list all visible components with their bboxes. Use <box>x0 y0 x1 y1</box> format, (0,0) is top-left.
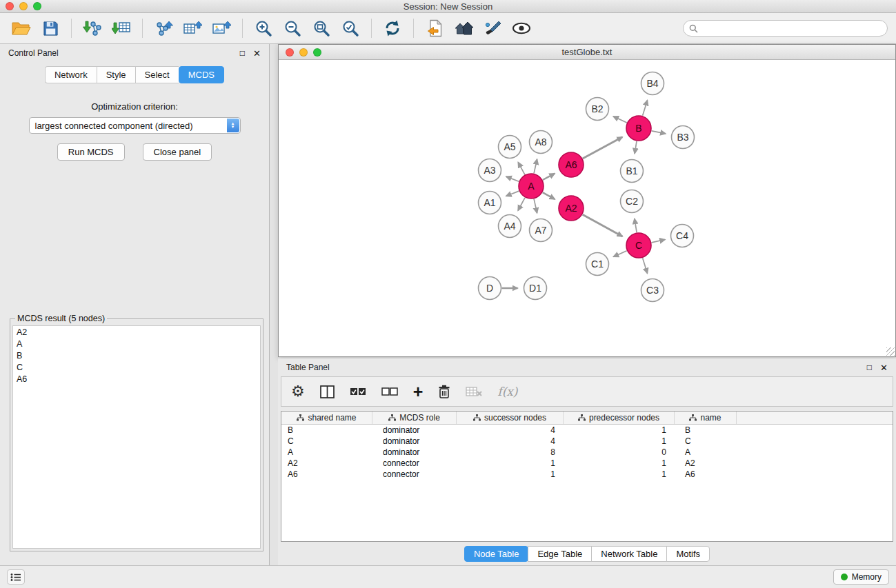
show-hide-button[interactable] <box>508 17 535 40</box>
table-cell[interactable]: C <box>675 436 737 446</box>
table-cell[interactable]: connector <box>372 458 457 468</box>
export-image-button[interactable] <box>208 17 235 40</box>
minimize-window-button[interactable] <box>19 2 28 10</box>
graph-edge-A-A4[interactable] <box>518 198 525 211</box>
table-cell[interactable]: dominator <box>372 425 457 435</box>
table-row[interactable]: Cdominator41C <box>281 436 893 447</box>
run-mcds-button[interactable]: Run MCDS <box>57 143 125 161</box>
save-session-button[interactable] <box>37 17 63 40</box>
column-header-shared-name[interactable]: shared name <box>281 412 372 424</box>
graph-edge-A-A2[interactable] <box>543 192 555 199</box>
search-input[interactable] <box>701 23 882 33</box>
table-cell[interactable]: 4 <box>457 425 564 435</box>
tab-mcds[interactable]: MCDS <box>179 66 224 83</box>
tab-network-table[interactable]: Network Table <box>591 546 667 562</box>
table-cell[interactable]: B <box>675 425 737 435</box>
column-header-predecessor-nodes[interactable]: predecessor nodes <box>564 412 675 424</box>
table-cell[interactable]: dominator <box>372 436 457 446</box>
column-header-successor-nodes[interactable]: successor nodes <box>457 412 564 424</box>
tab-select[interactable]: Select <box>135 66 179 83</box>
result-item[interactable]: B <box>13 350 260 362</box>
mcds-result-list[interactable]: A2ABCA6 <box>12 325 261 549</box>
close-network-window-button[interactable] <box>286 48 294 57</box>
show-columns-button[interactable] <box>320 381 335 402</box>
table-row[interactable]: Bdominator41B <box>281 425 893 436</box>
home-button[interactable] <box>450 17 477 40</box>
open-session-file-button[interactable] <box>421 17 448 40</box>
graph-edge-B-B3[interactable] <box>652 131 666 134</box>
graph-edge-A-A8[interactable] <box>534 159 537 174</box>
tab-node-table[interactable]: Node Table <box>464 546 529 562</box>
graph-edge-A-A1[interactable] <box>506 191 519 196</box>
tab-edge-table[interactable]: Edge Table <box>528 546 592 562</box>
float-table-panel-icon[interactable]: □ <box>867 363 872 372</box>
zoom-fit-button[interactable] <box>308 17 335 40</box>
graph-edge-C-C1[interactable] <box>613 251 626 257</box>
tab-motifs[interactable]: Motifs <box>666 546 710 562</box>
result-item[interactable]: A2 <box>13 327 260 338</box>
table-cell[interactable]: 1 <box>564 469 675 479</box>
refresh-layout-button[interactable] <box>379 17 406 40</box>
table-cell[interactable]: A2 <box>281 458 372 468</box>
table-cell[interactable]: 0 <box>564 447 675 457</box>
memory-button[interactable]: Memory <box>833 569 889 585</box>
create-column-button[interactable]: + <box>413 381 424 402</box>
graph-edge-C-C4[interactable] <box>652 240 666 243</box>
task-history-button[interactable] <box>7 569 25 585</box>
graph-edge-A2-C[interactable] <box>583 214 623 236</box>
close-window-button[interactable] <box>6 2 14 10</box>
table-cell[interactable]: 8 <box>457 447 564 457</box>
delete-column-button[interactable] <box>438 381 450 402</box>
import-table-button[interactable] <box>108 17 135 40</box>
select-all-columns-button[interactable] <box>350 381 366 402</box>
import-network-button[interactable] <box>79 17 106 40</box>
zoom-selected-button[interactable] <box>337 17 364 40</box>
table-cell[interactable]: connector <box>372 469 457 479</box>
table-settings-button[interactable]: ⚙ <box>291 381 305 402</box>
graph-edge-A-A6[interactable] <box>543 174 555 180</box>
unselect-all-columns-button[interactable] <box>381 381 398 402</box>
zoom-in-button[interactable] <box>250 17 277 40</box>
table-cell[interactable]: dominator <box>372 447 457 457</box>
graph-edge-A-A3[interactable] <box>506 176 519 181</box>
graph-edge-B-B4[interactable] <box>643 100 648 115</box>
export-table-button[interactable] <box>179 17 206 40</box>
graph-edge-A-A7[interactable] <box>534 199 537 214</box>
graph-edge-B-B1[interactable] <box>635 141 637 154</box>
table-cell[interactable]: A6 <box>675 469 737 479</box>
zoom-network-window-button[interactable] <box>313 48 321 57</box>
close-panel-icon[interactable]: ✕ <box>253 49 261 58</box>
delete-table-button[interactable] <box>466 381 482 402</box>
style-preview-button[interactable] <box>479 17 506 40</box>
table-row[interactable]: A6connector11A6 <box>281 469 893 480</box>
export-network-button[interactable] <box>150 17 177 40</box>
table-cell[interactable]: 4 <box>457 436 564 446</box>
result-item[interactable]: A6 <box>13 374 260 385</box>
graph-edge-C-C3[interactable] <box>643 258 648 273</box>
table-cell[interactable]: 1 <box>457 469 564 479</box>
table-row[interactable]: Adominator80A <box>281 447 893 458</box>
table-cell[interactable]: A6 <box>281 469 372 479</box>
window-resize-grip[interactable] <box>886 347 895 356</box>
zoom-out-button[interactable] <box>279 17 306 40</box>
table-cell[interactable]: B <box>281 425 372 435</box>
graph-edge-A6-B[interactable] <box>583 137 623 159</box>
close-panel-button[interactable]: Close panel <box>143 143 212 161</box>
table-cell[interactable]: 1 <box>457 458 564 468</box>
column-header-MCDS-role[interactable]: MCDS role <box>372 412 457 424</box>
table-row[interactable]: A2connector11A2 <box>281 458 893 469</box>
table-cell[interactable]: C <box>281 436 372 446</box>
result-item[interactable]: C <box>13 362 260 374</box>
column-header-name[interactable]: name <box>675 412 737 424</box>
table-cell[interactable]: 1 <box>564 458 675 468</box>
graph-edge-A-A5[interactable] <box>518 162 525 174</box>
float-panel-icon[interactable]: □ <box>240 49 245 58</box>
close-table-panel-icon[interactable]: ✕ <box>880 363 888 372</box>
minimize-network-window-button[interactable] <box>299 48 308 57</box>
graph-edge-C-C2[interactable] <box>635 219 637 232</box>
table-cell[interactable]: 1 <box>564 436 675 446</box>
tab-network[interactable]: Network <box>45 66 97 83</box>
zoom-window-button[interactable] <box>33 2 41 10</box>
graph-edge-B-B2[interactable] <box>613 116 627 123</box>
table-cell[interactable]: A <box>281 447 372 457</box>
